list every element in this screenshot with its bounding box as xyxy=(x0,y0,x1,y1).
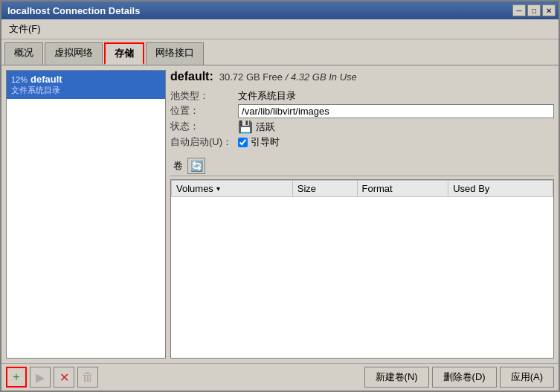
maximize-button[interactable]: □ xyxy=(527,4,541,16)
status-label: 状态： xyxy=(170,120,232,134)
start-pool-button[interactable]: ▶ xyxy=(30,367,51,388)
detail-name: default: xyxy=(170,70,213,83)
content-area: 12% default 文件系统目录 default: 30.72 GB Fre… xyxy=(1,65,559,363)
autostart-value: 引导时 xyxy=(251,135,280,149)
col-used-by[interactable]: Used By xyxy=(448,181,553,197)
window-title: localhost Connection Details xyxy=(7,5,140,16)
status-value: 活跃 xyxy=(256,121,275,134)
new-volume-button[interactable]: 新建卷(N) xyxy=(364,367,429,388)
autostart-label: 自动启动(U)： xyxy=(170,135,232,149)
detail-rows: 池类型： 文件系统目录 位置： /var/lib/libvirt/images … xyxy=(170,89,554,149)
bottom-bar: + ▶ ✕ 🗑 新建卷(N) 删除卷(D) 应用(A) xyxy=(1,363,559,391)
detail-freespace: 30.72 GB Free / 4.32 GB In Use xyxy=(219,71,357,83)
apply-button[interactable]: 应用(A) xyxy=(500,367,554,388)
tabs-bar: 概况 虚拟网络 存储 网络接口 xyxy=(1,39,559,65)
active-icon: 💾 xyxy=(238,120,253,134)
file-menu[interactable]: 文件(F) xyxy=(4,21,45,37)
minimize-button[interactable]: ─ xyxy=(512,4,526,16)
menubar: 文件(F) xyxy=(1,19,559,39)
titlebar-controls: ─ □ ✕ xyxy=(512,4,556,16)
refresh-button[interactable]: 🔄 xyxy=(187,158,205,174)
trash-icon: 🗑 xyxy=(82,370,94,384)
sort-arrow-icon: ▾ xyxy=(216,184,220,193)
storage-pool-list: 12% default 文件系统目录 xyxy=(6,70,166,359)
delete-volume-button[interactable]: 删除卷(D) xyxy=(432,367,497,388)
autostart-row: 引导时 xyxy=(238,135,554,149)
volumes-section: Volumes ▾ Size Format Used xyxy=(170,179,554,359)
volumes-table: Volumes ▾ Size Format Used xyxy=(171,180,553,197)
tab-virtual-network[interactable]: 虚拟网络 xyxy=(45,42,103,65)
volumes-label: 卷 xyxy=(173,159,183,173)
stop-pool-button[interactable]: ✕ xyxy=(54,367,74,388)
detail-header: default: 30.72 GB Free / 4.32 GB In Use xyxy=(170,70,554,83)
location-value: /var/lib/libvirt/images xyxy=(238,104,554,118)
pool-type-label: 池类型： xyxy=(170,89,232,103)
tab-storage[interactable]: 存储 xyxy=(104,42,144,65)
col-size[interactable]: Size xyxy=(292,181,357,197)
close-button[interactable]: ✕ xyxy=(542,4,556,16)
pool-sub-label: 文件系统目录 xyxy=(11,85,161,96)
status-row: 💾 活跃 xyxy=(238,120,554,134)
volumes-section-header: 卷 🔄 xyxy=(170,156,554,176)
delete-pool-button[interactable]: 🗑 xyxy=(77,367,98,388)
pool-item-default[interactable]: 12% default 文件系统目录 xyxy=(7,71,165,99)
col-format[interactable]: Format xyxy=(357,181,448,197)
location-label: 位置： xyxy=(170,104,232,118)
titlebar: localhost Connection Details ─ □ ✕ xyxy=(1,1,559,19)
add-pool-button[interactable]: + xyxy=(6,367,27,388)
autostart-checkbox[interactable] xyxy=(238,138,248,147)
pool-type-value: 文件系统目录 xyxy=(238,89,554,103)
main-window: localhost Connection Details ─ □ ✕ 文件(F)… xyxy=(0,0,560,392)
tab-overview[interactable]: 概况 xyxy=(4,42,43,65)
pool-usage: 12% xyxy=(11,75,28,84)
tab-network-interface[interactable]: 网络接口 xyxy=(146,42,204,65)
col-volumes[interactable]: Volumes ▾ xyxy=(172,181,293,197)
pool-name: default xyxy=(30,74,62,85)
right-panel: default: 30.72 GB Free / 4.32 GB In Use … xyxy=(170,70,554,359)
